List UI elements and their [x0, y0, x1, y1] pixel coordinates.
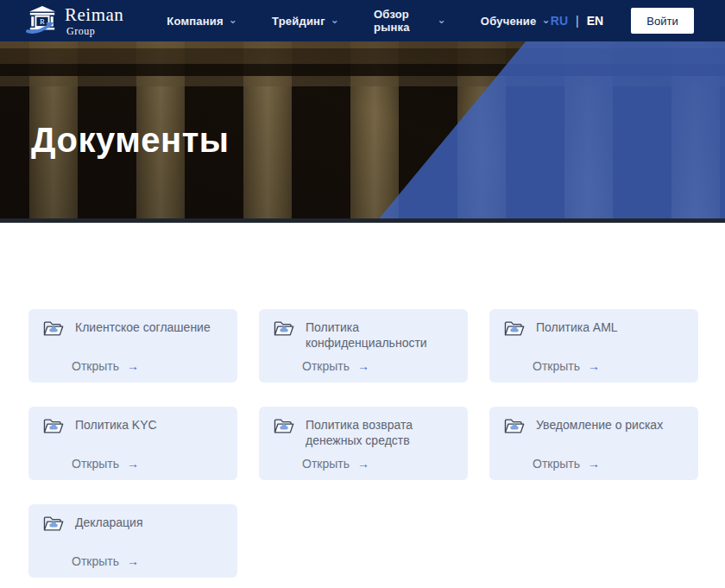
open-document-link[interactable]: Открыть → [43, 457, 139, 471]
page-title: Документы [31, 121, 229, 160]
document-card-kyc-policy: Политика KYC Открыть → [28, 407, 237, 480]
arrow-right-icon: → [588, 458, 600, 470]
svg-text:R: R [40, 17, 45, 26]
open-document-link[interactable]: Открыть → [504, 359, 600, 373]
menu-item-label: Компания [167, 15, 223, 28]
document-card-refund-policy: Политика возврата денежных средств Откры… [259, 407, 468, 480]
documents-section: Клиентское соглашение Открыть → Политика… [0, 223, 725, 578]
lang-ru[interactable]: RU [551, 14, 568, 28]
chevron-down-icon: ⌄ [438, 15, 446, 25]
folder-open-icon [43, 320, 64, 340]
open-label: Открыть [72, 554, 119, 568]
open-document-link[interactable]: Открыть → [43, 554, 139, 568]
brand-name: Reiman Group [65, 6, 123, 36]
brand-name-sub: Group [66, 26, 123, 36]
folder-open-icon [274, 418, 294, 438]
open-label: Открыть [72, 457, 119, 471]
lang-en[interactable]: EN [587, 14, 603, 28]
chevron-down-icon: ⌄ [229, 15, 237, 25]
login-button[interactable]: Войти [631, 8, 694, 34]
menu-item-label: Обзор рынка [374, 8, 432, 34]
arrow-right-icon: → [127, 458, 139, 470]
menu-item-market-review[interactable]: Обзор рынка ⌄ [374, 8, 446, 34]
folder-open-icon [504, 320, 525, 340]
document-card-declaration: Декларация Открыть → [28, 504, 237, 578]
document-card-client-agreement: Клиентское соглашение Открыть → [28, 309, 237, 383]
arrow-right-icon: → [357, 458, 369, 470]
arrow-right-icon: → [588, 360, 600, 372]
open-label: Открыть [302, 457, 350, 471]
menu-item-label: Трейдинг [272, 15, 325, 28]
folder-open-icon [504, 418, 525, 438]
lang-divider: | [576, 14, 579, 28]
open-document-link[interactable]: Открыть → [274, 359, 369, 373]
folder-open-icon [43, 515, 64, 535]
open-label: Открыть [72, 359, 119, 373]
arrow-right-icon: → [127, 555, 139, 567]
document-title: Политика AML [536, 319, 618, 335]
main-menu: Компания ⌄ Трейдинг ⌄ Обзор рынка ⌄ Обуч… [167, 8, 550, 34]
document-title: Уведомление о рисках [536, 417, 663, 433]
chevron-down-icon: ⌄ [542, 15, 551, 25]
bank-building-icon: R [26, 4, 59, 37]
document-title: Декларация [75, 515, 143, 530]
menu-item-company[interactable]: Компания ⌄ [167, 8, 237, 34]
open-label: Открыть [302, 359, 350, 373]
document-title: Политика возврата денежных средств [306, 417, 456, 448]
document-title: Политика KYC [75, 417, 157, 433]
chevron-down-icon: ⌄ [331, 15, 339, 25]
menu-item-label: Обучение [481, 15, 537, 28]
document-card-privacy-policy: Политика конфиденциальности Открыть → [259, 309, 468, 383]
document-card-aml-policy: Политика AML Открыть → [489, 309, 698, 383]
document-title: Клиентское соглашение [75, 319, 211, 335]
top-navigation-bar: R Reiman Group Компания ⌄ Трейдинг ⌄ Обз… [0, 0, 725, 41]
brand-logo[interactable]: R Reiman Group [26, 4, 123, 37]
document-title: Политика конфиденциальности [306, 319, 456, 351]
folder-open-icon [43, 418, 64, 438]
menu-item-trading[interactable]: Трейдинг ⌄ [272, 8, 339, 34]
open-document-link[interactable]: Открыть → [43, 359, 139, 373]
language-switcher: RU | EN [551, 14, 603, 28]
arrow-right-icon: → [127, 360, 139, 372]
brand-name-main: Reiman [65, 6, 123, 24]
document-card-risk-notice: Уведомление о рисках Открыть → [489, 407, 698, 480]
hero-banner: Документы [0, 41, 725, 223]
open-label: Открыть [533, 359, 580, 373]
folder-open-icon [274, 320, 294, 340]
open-label: Открыть [533, 457, 580, 471]
menu-item-education[interactable]: Обучение ⌄ [481, 8, 551, 34]
open-document-link[interactable]: Открыть → [504, 457, 600, 471]
arrow-right-icon: → [357, 360, 369, 372]
documents-grid: Клиентское соглашение Открыть → Политика… [28, 309, 725, 578]
open-document-link[interactable]: Открыть → [274, 457, 369, 471]
